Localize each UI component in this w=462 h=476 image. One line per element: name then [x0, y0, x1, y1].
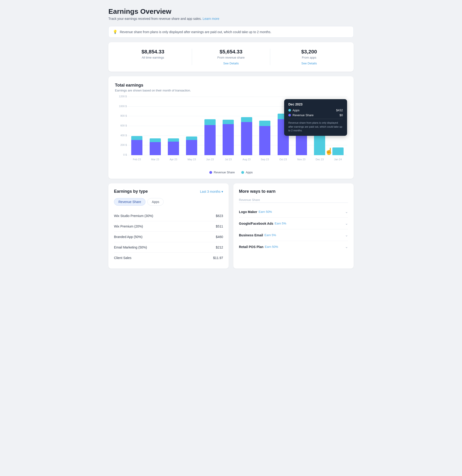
bar-revenue-segment[interactable] [241, 122, 252, 155]
apps-amount: $3,200 [275, 49, 343, 55]
bar-apps-segment[interactable] [278, 114, 289, 119]
earnings-by-type-card: Earnings by type Last 3 months ▾ Revenue… [108, 183, 229, 269]
bar-group[interactable]: Jul 23 [220, 97, 236, 155]
all-time-label: All time earnings [119, 56, 187, 59]
bar-apps-segment[interactable] [241, 117, 252, 122]
bar-label: Nov 23 [293, 158, 310, 161]
more-ways-item-left: Business EmailEarn 5% [239, 233, 276, 237]
learn-more-link[interactable]: Learn more [203, 17, 219, 21]
type-tab-revenue-share[interactable]: Revenue Share [114, 198, 145, 205]
bar-revenue-segment[interactable] [296, 116, 307, 155]
type-tab-apps[interactable]: Apps [147, 198, 164, 205]
bar-label: Jul 23 [220, 158, 236, 161]
bar-group[interactable]: Mar 23 [147, 97, 163, 155]
legend-apps-label: Apps [246, 170, 253, 174]
earnings-type-title: Earnings by type [114, 189, 148, 194]
page-title: Earnings Overview [108, 8, 354, 15]
revenue-share-amount: $5,654.33 [197, 49, 265, 55]
revenue-share-label: From revenue share [197, 56, 265, 59]
bar-group[interactable]: Nov 23 [293, 97, 310, 155]
more-ways-item[interactable]: Business EmailEarn 5%⌄ [239, 229, 348, 241]
earnings-row-value: $511 [216, 224, 223, 228]
filter-button[interactable]: Last 3 months ▾ [200, 190, 223, 193]
bar-group[interactable]: Jun 23 [202, 97, 218, 155]
bar-label: Aug 23 [239, 158, 255, 161]
bar-stack[interactable] [131, 136, 142, 155]
bar-stack[interactable] [296, 107, 307, 155]
bar-apps-segment[interactable] [296, 107, 307, 116]
bar-stack[interactable] [168, 138, 179, 155]
bar-apps-segment[interactable] [332, 147, 344, 155]
bar-label: Jun 23 [202, 158, 218, 161]
bar-revenue-segment[interactable] [204, 125, 216, 155]
bar-apps-segment[interactable] [131, 136, 142, 140]
bar-stack[interactable] [332, 147, 344, 155]
more-ways-item-name: Business Email [239, 233, 263, 237]
revenue-share-details-link[interactable]: See Details [223, 62, 239, 65]
more-ways-items: Logo MakerEarn 50%⌄Google/Facebook AdsEa… [239, 206, 348, 253]
bar-stack[interactable] [204, 119, 216, 155]
earnings-row-label: Wix Premium (20%) [114, 224, 143, 228]
info-banner: 💡 Revenue share from plans is only displ… [108, 26, 354, 38]
bar-group[interactable]: Sep 23 [257, 97, 273, 155]
chevron-down-icon: ▾ [222, 190, 223, 193]
bar-group[interactable]: Dec 23 [311, 97, 328, 155]
bar-group[interactable]: Aug 23 [239, 97, 255, 155]
type-tabs: Revenue ShareApps [114, 198, 223, 205]
bar-group[interactable]: Feb 23 [129, 97, 145, 155]
bar-revenue-segment[interactable] [259, 126, 270, 155]
more-ways-item[interactable]: Google/Facebook AdsEarn 5%⌄ [239, 218, 348, 229]
bar-apps-segment[interactable] [186, 136, 197, 140]
bar-revenue-segment[interactable] [223, 124, 234, 155]
bar-apps-segment[interactable] [259, 121, 270, 126]
bar-label: Mar 23 [147, 158, 163, 161]
bar-stack[interactable] [241, 117, 252, 155]
chart-subtitle: Earnings are shown based on their month … [115, 89, 347, 92]
bar-stack[interactable] [186, 136, 197, 155]
bar-revenue-segment[interactable] [278, 119, 289, 155]
more-ways-earn-badge: Earn 5% [275, 222, 286, 225]
bar-label: Sep 23 [257, 158, 273, 161]
filter-label: Last 3 months [200, 190, 221, 193]
bar-stack[interactable] [278, 114, 289, 155]
chart-legend: Revenue Share Apps [115, 170, 347, 174]
bar-group[interactable]: Oct 23 [275, 97, 291, 155]
bar-stack[interactable] [314, 134, 325, 155]
more-ways-earn-badge: Earn 5% [264, 233, 276, 237]
more-ways-item-left: Google/Facebook AdsEarn 5% [239, 222, 286, 225]
bars-container[interactable]: Feb 23Mar 23Apr 23May 23Jun 23Jul 23Aug … [128, 97, 347, 155]
earnings-row-value: $11.97 [213, 256, 223, 260]
more-ways-item-left: Logo MakerEarn 50% [239, 210, 272, 214]
bar-apps-segment[interactable] [168, 138, 179, 142]
bar-stack[interactable] [150, 138, 161, 155]
more-ways-title: More ways to earn [239, 189, 348, 194]
bar-revenue-segment[interactable] [150, 142, 161, 155]
bar-label: Apr 23 [165, 158, 182, 161]
bar-apps-segment[interactable] [314, 134, 325, 155]
bar-group[interactable]: Jan 24 [330, 97, 346, 155]
chart-title: Total earnings [115, 83, 347, 88]
bar-stack[interactable] [223, 120, 234, 155]
bar-label: Dec 23 [311, 158, 328, 161]
more-ways-item-name: Retail POS Plan [239, 245, 264, 249]
chart-card: Total earnings Earnings are shown based … [108, 76, 354, 179]
bar-revenue-segment[interactable] [131, 140, 142, 155]
more-ways-earn-badge: Earn 50% [265, 245, 278, 248]
bar-apps-segment[interactable] [150, 138, 161, 142]
bar-group[interactable]: Apr 23 [165, 97, 182, 155]
earnings-row: Wix Studio Premium (30%)$623 [114, 211, 223, 221]
chart-area: 1200 $ 1000 $ 800 $ 600 $ 400 $ 200 $ [128, 97, 347, 162]
bar-revenue-segment[interactable] [186, 140, 197, 155]
earnings-row: Wix Premium (20%)$511 [114, 221, 223, 232]
more-ways-item[interactable]: Logo MakerEarn 50%⌄ [239, 206, 348, 218]
all-time-amount: $8,854.33 [119, 49, 187, 55]
bar-stack[interactable] [259, 121, 270, 155]
earnings-row-label: Client Sales [114, 256, 132, 260]
apps-details-link[interactable]: See Details [301, 62, 317, 65]
bar-apps-segment[interactable] [204, 119, 216, 125]
bar-apps-segment[interactable] [223, 120, 234, 124]
bar-group[interactable]: May 23 [183, 97, 200, 155]
bar-revenue-segment[interactable] [168, 142, 179, 155]
more-ways-item[interactable]: Retail POS PlanEarn 50%⌄ [239, 241, 348, 253]
more-ways-card: More ways to earn Revenue Share Logo Mak… [233, 183, 354, 269]
